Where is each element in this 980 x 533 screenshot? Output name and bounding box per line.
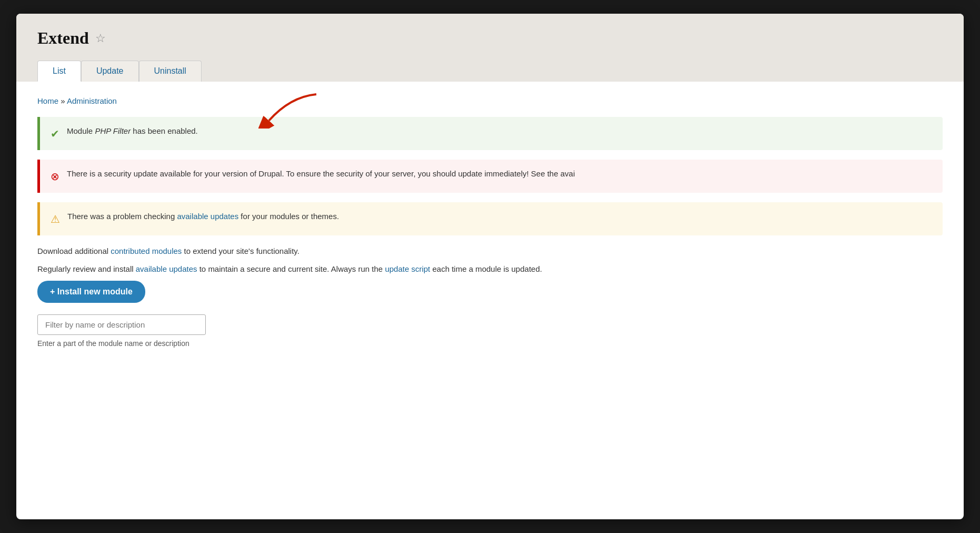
tab-bar: List Update Uninstall (37, 61, 943, 82)
warning-alert-text: There was a problem checking available u… (67, 211, 339, 223)
success-icon: ✔ (51, 126, 59, 142)
warning-alert: ⚠ There was a problem checking available… (37, 202, 943, 235)
success-alert: ✔ Module PHP Filter has been enabled. (37, 117, 943, 150)
error-alert-text: There is a security update available for… (67, 168, 575, 180)
breadcrumb-home-link[interactable]: Home (37, 96, 58, 105)
breadcrumb: Home » Administration (37, 96, 943, 105)
tab-uninstall[interactable]: Uninstall (139, 61, 202, 82)
warning-icon: ⚠ (51, 211, 60, 227)
available-updates-link[interactable]: available updates (177, 212, 238, 221)
success-alert-container: ✔ Module PHP Filter has been enabled. (37, 117, 943, 150)
breadcrumb-admin-link[interactable]: Administration (67, 96, 117, 105)
success-alert-text: Module PHP Filter has been enabled. (67, 125, 198, 137)
breadcrumb-separator: » (61, 96, 65, 105)
filter-hint-text: Enter a part of the module name or descr… (37, 339, 943, 348)
tab-list[interactable]: List (37, 61, 81, 82)
error-alert: ⊗ There is a security update available f… (37, 160, 943, 193)
tab-update[interactable]: Update (81, 61, 139, 82)
description-line2: Regularly review and install available u… (37, 263, 943, 275)
update-script-link[interactable]: update script (385, 264, 430, 273)
description-line1: Download additional contributed modules … (37, 245, 943, 258)
page-title: Extend (37, 28, 89, 48)
contributed-modules-link[interactable]: contributed modules (111, 246, 182, 255)
error-icon: ⊗ (51, 169, 59, 184)
install-new-module-button[interactable]: + Install new module (37, 281, 145, 303)
favorite-star-icon[interactable]: ☆ (95, 32, 106, 45)
available-updates-link2[interactable]: available updates (136, 264, 197, 273)
filter-input[interactable] (37, 314, 206, 335)
